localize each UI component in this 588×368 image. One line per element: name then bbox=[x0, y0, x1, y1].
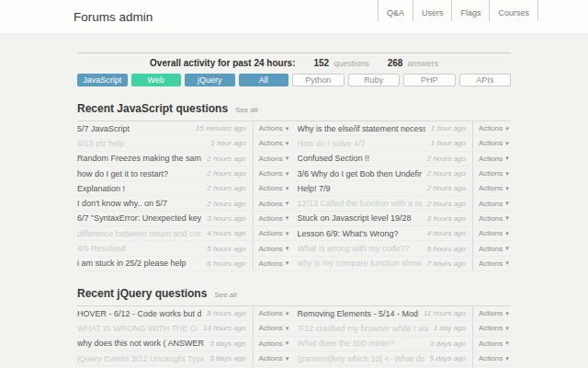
filter-javascript[interactable]: JavaScript bbox=[77, 74, 128, 86]
actions-dropdown[interactable]: Actions▾ bbox=[472, 241, 511, 255]
actions-dropdown[interactable]: Actions▾ bbox=[253, 321, 291, 335]
question-link[interactable]: 3/6 Why do I get Bob then Undefined th..… bbox=[298, 169, 422, 178]
filter-php[interactable]: PHP bbox=[403, 74, 456, 86]
actions-dropdown[interactable]: Actions▾ bbox=[253, 241, 291, 255]
question-link[interactable]: Explanation ! bbox=[77, 184, 201, 193]
question-time: 6 hours ago bbox=[422, 245, 472, 253]
question-link[interactable]: WHAT IS WRONG WITH THE CODE and ... bbox=[77, 324, 198, 333]
caret-down-icon: ▾ bbox=[286, 259, 289, 267]
caret-down-icon: ▾ bbox=[505, 140, 509, 147]
question-link[interactable]: why is my compare function showing an... bbox=[298, 259, 422, 268]
question-link[interactable]: 6/7 "SyntaxError: Unexpected keyword '..… bbox=[77, 213, 201, 223]
section-title: Recent JavaScript questions bbox=[77, 102, 228, 115]
question-cell: i am stuck in 25/2 please help6 hours ag… bbox=[77, 257, 291, 270]
question-link[interactable]: What is wrong with my code?? bbox=[298, 244, 422, 253]
actions-dropdown[interactable]: Actions▾ bbox=[472, 351, 511, 365]
question-link[interactable]: Help! 7/9 bbox=[298, 184, 422, 193]
question-time: 3 hours ago bbox=[422, 214, 472, 223]
question-time: 2 hours ago bbox=[201, 169, 252, 178]
actions-dropdown[interactable]: Actions▾ bbox=[253, 167, 291, 180]
caret-down-icon: ▾ bbox=[286, 125, 289, 132]
question-link[interactable]: Removing Elements - 5/14 - Modifying H..… bbox=[298, 309, 418, 318]
question-link[interactable]: 4/6 Resolved bbox=[77, 244, 201, 253]
question-link[interactable]: 5/7 JavaScript bbox=[77, 124, 190, 133]
question-link[interactable]: What does the 500 mean? bbox=[298, 339, 424, 348]
actions-label: Actions bbox=[479, 184, 503, 192]
actions-dropdown[interactable]: Actions▾ bbox=[472, 196, 511, 210]
actions-label: Actions bbox=[259, 354, 283, 362]
filter-web[interactable]: Web bbox=[131, 74, 182, 86]
top-nav: Q&AUsersFlagsCourses bbox=[378, 0, 538, 21]
nav-flags[interactable]: Flags bbox=[451, 0, 489, 21]
actions-dropdown[interactable]: Actions▾ bbox=[253, 212, 291, 225]
question-link[interactable]: 6/13 plz help bbox=[77, 139, 205, 148]
actions-dropdown[interactable]: Actions▾ bbox=[472, 212, 511, 225]
filter-python[interactable]: Python bbox=[292, 74, 345, 86]
actions-dropdown[interactable]: Actions▾ bbox=[253, 181, 291, 195]
question-link[interactable]: 12/13 Called the function with a random.… bbox=[298, 199, 422, 208]
filter-jquery[interactable]: jQuery bbox=[185, 74, 235, 86]
actions-dropdown[interactable]: Actions▾ bbox=[472, 337, 511, 351]
question-link[interactable]: why does this not work ( ANSWER PLEA... bbox=[77, 339, 204, 348]
nav-qa[interactable]: Q&A bbox=[378, 0, 413, 21]
actions-dropdown[interactable]: Actions▾ bbox=[472, 226, 511, 240]
question-link[interactable]: how do I get it to restart? bbox=[77, 169, 201, 178]
actions-dropdown[interactable]: Actions▾ bbox=[472, 321, 511, 335]
question-link[interactable]: difference between return and console.l.… bbox=[77, 229, 201, 238]
actions-dropdown[interactable]: Actions▾ bbox=[253, 121, 291, 135]
question-link[interactable]: I don't know why.. on 5/7 bbox=[77, 199, 201, 208]
actions-label: Actions bbox=[259, 155, 283, 163]
question-link[interactable]: How do I solve 4/7 bbox=[298, 139, 425, 148]
question-link[interactable]: i am stuck in 25/2 please help bbox=[77, 259, 201, 268]
question-link[interactable]: 7/12 crashed my browser while I was typ.… bbox=[298, 324, 428, 333]
actions-dropdown[interactable]: Actions▾ bbox=[472, 181, 511, 195]
question-link[interactable]: Stuck on Javascript level 19/28 bbox=[298, 213, 422, 223]
actions-dropdown[interactable]: Actions▾ bbox=[472, 257, 511, 270]
question-link[interactable]: HOVER - 6/12 - Code works but doesn't a.… bbox=[77, 309, 201, 318]
actions-dropdown[interactable]: Actions▾ bbox=[472, 167, 511, 180]
question-link[interactable]: Random Freezes making the same choic... bbox=[77, 154, 201, 163]
table-row: i am stuck in 25/2 please help6 hours ag… bbox=[77, 257, 511, 271]
nav-users[interactable]: Users bbox=[413, 0, 452, 21]
see-all-link[interactable]: See all bbox=[235, 106, 257, 114]
caret-down-icon: ▾ bbox=[286, 200, 289, 207]
table-row: Random Freezes making the same choic...2… bbox=[77, 152, 511, 167]
question-link[interactable]: Why is the else/if statement necessary? bbox=[298, 124, 425, 133]
question-link[interactable]: (parseInt[key which,10] <- What does thi… bbox=[298, 354, 424, 363]
see-all-link[interactable]: See all bbox=[214, 291, 236, 299]
actions-dropdown[interactable]: Actions▾ bbox=[253, 136, 291, 150]
question-cell: 4/6 Resolved5 hours agoActions▾ bbox=[77, 241, 291, 255]
answers-count: 268 bbox=[388, 58, 403, 68]
filter-all[interactable]: All bbox=[239, 74, 289, 86]
actions-dropdown[interactable]: Actions▾ bbox=[253, 196, 291, 210]
question-link[interactable]: Confused Section !! bbox=[298, 154, 422, 163]
actions-dropdown[interactable]: Actions▾ bbox=[253, 257, 291, 270]
nav-courses[interactable]: Courses bbox=[489, 0, 538, 21]
question-cell: how do I get it to restart?2 hours agoAc… bbox=[77, 167, 291, 180]
actions-dropdown[interactable]: Actions▾ bbox=[472, 306, 511, 320]
actions-dropdown[interactable]: Actions▾ bbox=[472, 152, 511, 166]
question-time: 2 hours ago bbox=[422, 200, 472, 208]
caret-down-icon: ▾ bbox=[505, 245, 509, 252]
caret-down-icon: ▾ bbox=[286, 170, 289, 178]
question-link[interactable]: Lesson 6/9: What's Wrong? bbox=[298, 229, 422, 238]
questions-table: HOVER - 6/12 - Code works but doesn't a.… bbox=[77, 306, 511, 368]
actions-dropdown[interactable]: Actions▾ bbox=[472, 121, 511, 135]
question-cell: difference between return and console.l.… bbox=[77, 226, 291, 240]
question-cell: Lesson 6/9: What's Wrong?4 hours agoActi… bbox=[298, 226, 512, 240]
actions-label: Actions bbox=[479, 124, 503, 132]
caret-down-icon: ▾ bbox=[286, 140, 289, 147]
caret-down-icon: ▾ bbox=[286, 214, 289, 222]
actions-dropdown[interactable]: Actions▾ bbox=[253, 351, 291, 365]
filter-apis[interactable]: APIs bbox=[459, 74, 512, 86]
actions-dropdown[interactable]: Actions▾ bbox=[253, 152, 291, 166]
actions-dropdown[interactable]: Actions▾ bbox=[253, 337, 291, 351]
filter-ruby[interactable]: Ruby bbox=[348, 74, 401, 86]
questions-count: 152 bbox=[313, 58, 329, 68]
questions-section: Recent jQuery questionsSee allHOVER - 6/… bbox=[77, 283, 511, 368]
actions-label: Actions bbox=[259, 169, 283, 178]
question-link[interactable]: jQuery Events 3/12 Uncaught TypeError bbox=[77, 354, 204, 363]
actions-dropdown[interactable]: Actions▾ bbox=[472, 136, 511, 150]
actions-dropdown[interactable]: Actions▾ bbox=[253, 306, 291, 320]
actions-dropdown[interactable]: Actions▾ bbox=[253, 226, 291, 240]
